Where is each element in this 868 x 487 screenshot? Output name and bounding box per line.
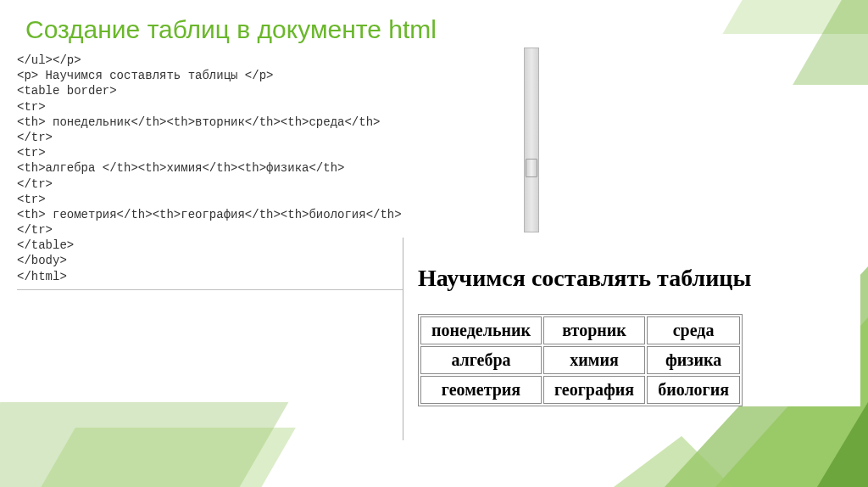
code-line: </ul></p>: [17, 53, 81, 67]
code-line: </tr>: [17, 223, 53, 237]
slide-title: Создание таблиц в документе html: [0, 0, 868, 51]
code-line: <th> понедельник</th><th>вторник</th><th…: [17, 115, 380, 129]
render-table: понедельник вторник среда алгебра химия …: [418, 314, 743, 406]
code-line: <tr>: [17, 100, 46, 114]
table-cell: география: [543, 376, 645, 404]
code-line: </table>: [17, 238, 74, 252]
table-cell: физика: [647, 346, 740, 374]
table-cell: биология: [647, 376, 740, 404]
scrollbar-thumb[interactable]: [526, 159, 537, 177]
table-cell: алгебра: [420, 346, 542, 374]
code-line: </html>: [17, 270, 67, 283]
code-line: <table border>: [17, 84, 117, 98]
table-row: алгебра химия физика: [420, 346, 740, 374]
code-line: </tr>: [17, 131, 53, 144]
code-line: <tr>: [17, 146, 46, 160]
scrollbar-vertical[interactable]: [524, 48, 539, 232]
code-line: <th> геометрия</th><th>география</th><th…: [17, 208, 402, 221]
table-cell: химия: [543, 346, 645, 374]
code-line: <tr>: [17, 193, 46, 206]
code-line: <th>алгебра </th><th>химия</th><th>физик…: [17, 161, 344, 175]
table-cell: среда: [647, 316, 740, 344]
code-line: </tr>: [17, 177, 53, 191]
table-row: геометрия география биология: [420, 376, 740, 404]
table-row: понедельник вторник среда: [420, 316, 740, 344]
render-panel: Научимся составлять таблицы понедельник …: [403, 255, 860, 406]
code-line: <p> Научимся составлять таблицы </p>: [17, 69, 273, 82]
code-block: </ul></p> <p> Научимся составлять таблиц…: [17, 51, 534, 289]
panel-divider: [403, 238, 403, 440]
table-cell: вторник: [543, 316, 645, 344]
code-line: </body>: [17, 254, 67, 267]
table-cell: понедельник: [420, 316, 542, 344]
render-heading: Научимся составлять таблицы: [418, 265, 860, 292]
table-cell: геометрия: [420, 376, 542, 404]
